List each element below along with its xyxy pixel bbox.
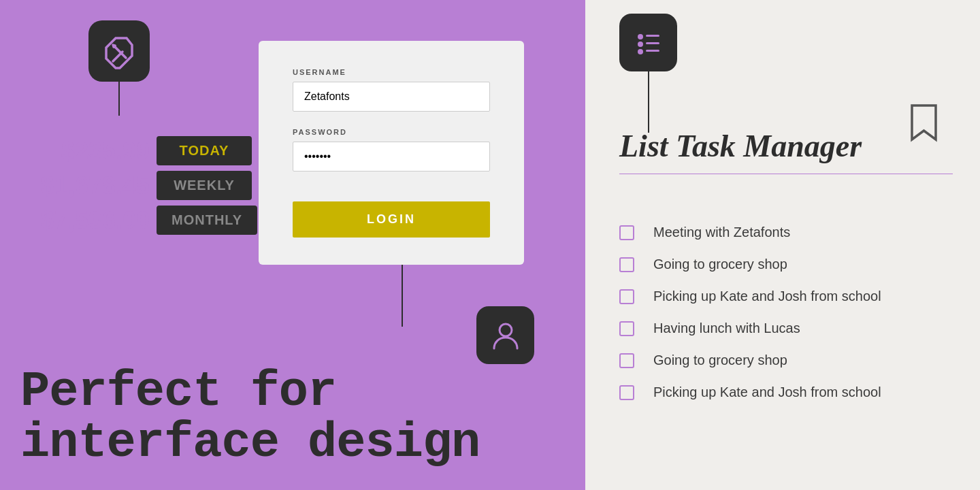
- task-text: Meeting with Zetafonts: [653, 225, 790, 240]
- stat-label-today: TODAY: [157, 136, 252, 165]
- login-panel: USERNAME PASSWORD LOGIN: [259, 41, 524, 265]
- task-item: Picking up Kate and Josh from school: [619, 385, 960, 400]
- person-icon-box: [476, 306, 534, 364]
- task-text: Going to grocery shop: [653, 257, 787, 272]
- hero-text: Perfect for interface design: [20, 367, 480, 470]
- task-item: Having lunch with Lucas: [619, 321, 960, 336]
- hero-line2: interface design: [20, 418, 480, 470]
- task-item: Picking up Kate and Josh from school: [619, 289, 960, 304]
- svg-point-1: [500, 324, 512, 336]
- stat-amount-today: $235.99: [14, 137, 150, 165]
- stats-table: $235.99 TODAY $1,678.45 WEEKLY $7,536.00…: [14, 136, 259, 240]
- title-divider: [619, 174, 953, 175]
- task-checkbox[interactable]: [619, 321, 634, 336]
- svg-point-6: [638, 49, 643, 54]
- password-label: PASSWORD: [293, 128, 490, 136]
- task-checkbox[interactable]: [619, 353, 634, 368]
- task-text: Going to grocery shop: [653, 353, 787, 368]
- svg-rect-3: [646, 35, 659, 37]
- svg-point-2: [638, 34, 643, 39]
- stat-row-weekly: $1,678.45 WEEKLY: [14, 171, 259, 200]
- stat-label-weekly: WEEKLY: [157, 171, 252, 200]
- password-group: PASSWORD: [293, 128, 490, 172]
- tag-icon: [101, 33, 138, 70]
- stat-amount-weekly: $1,678.45: [14, 172, 150, 200]
- stat-amount-monthly: $7,536.00: [14, 206, 150, 235]
- task-text: Picking up Kate and Josh from school: [653, 289, 881, 304]
- password-input[interactable]: [293, 142, 490, 172]
- list-icon-box: [619, 14, 677, 71]
- task-checkbox[interactable]: [619, 257, 634, 272]
- task-item: Meeting with Zetafonts: [619, 225, 960, 240]
- left-panel: $235.99 TODAY $1,678.45 WEEKLY $7,536.00…: [0, 0, 585, 490]
- task-title-section: List Task Manager: [619, 129, 953, 174]
- task-list: Meeting with ZetafontsGoing to grocery s…: [619, 225, 960, 416]
- list-icon-container: [619, 14, 677, 133]
- task-text: Picking up Kate and Josh from school: [653, 385, 881, 400]
- svg-point-4: [638, 42, 643, 47]
- username-label: USERNAME: [293, 68, 490, 76]
- stat-row-today: $235.99 TODAY: [14, 136, 259, 165]
- person-icon: [489, 318, 523, 353]
- task-text: Having lunch with Lucas: [653, 321, 800, 336]
- task-checkbox[interactable]: [619, 385, 634, 400]
- svg-rect-5: [646, 42, 659, 44]
- task-title-heading: List Task Manager: [619, 129, 953, 164]
- stat-label-monthly: MONTHLY: [157, 206, 257, 235]
- svg-point-0: [112, 44, 116, 48]
- tag-icon-box: [88, 20, 150, 82]
- person-icon-container: [476, 306, 534, 364]
- task-item: Going to grocery shop: [619, 353, 960, 368]
- connector-line-list: [648, 71, 649, 133]
- login-button[interactable]: LOGIN: [293, 201, 490, 238]
- hero-line1: Perfect for: [20, 367, 480, 419]
- task-item: Going to grocery shop: [619, 257, 960, 272]
- tag-icon-container: [88, 20, 150, 116]
- connector-line-tag: [118, 82, 120, 116]
- task-checkbox[interactable]: [619, 225, 634, 240]
- svg-rect-7: [646, 50, 659, 52]
- username-group: USERNAME: [293, 68, 490, 112]
- stat-row-monthly: $7,536.00 MONTHLY: [14, 206, 259, 235]
- username-input[interactable]: [293, 82, 490, 112]
- task-checkbox[interactable]: [619, 289, 634, 304]
- right-panel: List Task Manager Meeting with Zetafonts…: [585, 0, 980, 490]
- list-icon: [631, 25, 666, 61]
